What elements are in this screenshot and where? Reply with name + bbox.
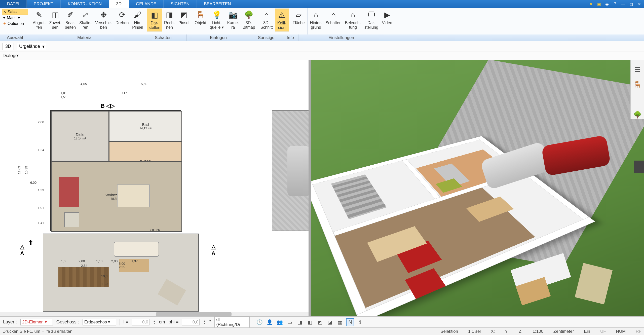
tool-icon[interactable]: ✕ xyxy=(588,1,594,7)
3d-bitmap-button[interactable]: 🌳3D-Bitmap xyxy=(241,9,257,31)
move-icon: ✥ xyxy=(98,10,109,20)
status-x: X: xyxy=(491,329,495,334)
video-button[interactable]: ▶Video xyxy=(380,9,394,26)
menu-tab-gelaende[interactable]: GELÄNDE xyxy=(129,0,164,8)
pinsel-button[interactable]: ◩Pinsel xyxy=(177,9,191,26)
scrollbar-horizontal[interactable] xyxy=(0,312,309,316)
hintergrund-button[interactable]: ⌂Hinter-grund xyxy=(309,9,324,31)
pane-2d-floorplan[interactable]: 4,65 5,60 9,17 1,01 1,51 B ◁▷ Diele 18,1… xyxy=(0,60,311,316)
menu-tab-datei[interactable]: DATEI xyxy=(0,0,27,8)
lichtquelle-button[interactable]: 💡Licht-quelle ▾ xyxy=(208,9,225,31)
dim-label: 1,65 xyxy=(61,259,67,263)
skalieren-button[interactable]: ⤢Skalie-ren xyxy=(78,9,93,31)
optionen-button[interactable]: ＋Optionen xyxy=(2,21,28,26)
darstellung-button[interactable]: 🖵Dar-stellung xyxy=(363,9,380,31)
3d-schnitt-button[interactable]: ⌂3D-Schnitt xyxy=(259,9,274,31)
dim-label: 2,84 xyxy=(81,264,87,268)
dim-label: 2,00 xyxy=(79,259,85,263)
eyedropper-icon: ✎ xyxy=(34,10,45,20)
calc-icon: ◨ xyxy=(164,10,175,20)
sheet-icon[interactable]: ▭ xyxy=(286,318,293,326)
verschieben-button[interactable]: ✥Verschie-ben xyxy=(94,9,113,31)
layers-icon[interactable]: ☰ xyxy=(633,65,642,74)
group-label-schatten: Schatten xyxy=(140,34,187,41)
zuweisen-button[interactable]: ◫Zuwei-sen xyxy=(48,9,63,31)
geschoss-combo[interactable]: Erdgeschos ▾ xyxy=(83,319,116,325)
scrollbar-thumb[interactable] xyxy=(156,312,232,316)
beach-chair xyxy=(158,279,186,306)
dim-label: 6,00 xyxy=(30,181,36,184)
maximize-icon[interactable]: ◻ xyxy=(628,1,634,7)
ribbon-group-labels: Auswahl Material Schatten Einfügen Sonst… xyxy=(0,34,644,41)
colors-icon[interactable] xyxy=(633,95,642,104)
phi-input[interactable] xyxy=(182,319,200,325)
dim-label: 1,33 xyxy=(38,188,44,192)
close-icon[interactable]: ✕ xyxy=(636,1,642,7)
bulb-icon: 💡 xyxy=(211,10,222,20)
tree-icon[interactable]: 🌳 xyxy=(633,110,642,119)
chair-icon: 🪑 xyxy=(195,10,206,20)
user-icon[interactable]: 👤 xyxy=(266,318,273,326)
dl-combo[interactable]: dl (Richtung/Di xyxy=(214,316,250,328)
grid-icon[interactable]: ▦ xyxy=(336,318,344,326)
layer4-icon[interactable]: ◪ xyxy=(326,318,334,326)
darstellen-button[interactable]: ◧Dar-stellen xyxy=(147,9,162,31)
drehen-button[interactable]: ⟳Drehen xyxy=(114,9,130,26)
mark-button[interactable]: ✦Mark.▾ xyxy=(2,15,28,20)
terrain-combo[interactable]: Urgelände ▾ xyxy=(17,43,46,50)
menu-bar: DATEI PROJEKT KONSTRUKTION 3D GELÄNDE SI… xyxy=(0,0,644,8)
help-icon[interactable]: ? xyxy=(612,1,618,7)
clock-icon[interactable]: 🕒 xyxy=(256,318,263,326)
dim-label: 1,37 xyxy=(131,259,138,263)
info-icon[interactable]: ℹ xyxy=(356,318,364,326)
globe-icon[interactable]: ◉ xyxy=(604,1,610,7)
car-silver-2d xyxy=(287,146,310,196)
dim-label: 11,03 xyxy=(17,166,21,174)
menu-tab-sichten[interactable]: SICHTEN xyxy=(164,0,197,8)
bearbeiten-button[interactable]: ✐Bear-beiten xyxy=(63,9,78,31)
kollision-button[interactable]: ⚠Kolli-sion xyxy=(275,9,289,31)
spinner-down-icon[interactable]: ▼ xyxy=(203,322,206,324)
dim-label: 11,08 xyxy=(101,282,109,286)
schatten-set-button[interactable]: ⌂Schatten xyxy=(324,9,343,26)
hin-pinsel-button[interactable]: 🖌Hin.Pinsel xyxy=(131,9,145,31)
selekt-button[interactable]: ↖Selekt xyxy=(2,9,28,15)
l-input[interactable] xyxy=(132,319,149,325)
room-area: 18,14 m² xyxy=(74,137,86,140)
layer-combo[interactable]: 2D-Elemen ▾ xyxy=(20,319,53,325)
objekt-button[interactable]: 🪑Objekt xyxy=(193,9,208,26)
status-unit: Zentimeter xyxy=(553,329,574,334)
play-icon: ▶ xyxy=(382,10,392,20)
side-handle[interactable] xyxy=(634,161,644,173)
status-num: NUM xyxy=(616,329,626,334)
spinner-down-icon[interactable]: ▼ xyxy=(153,322,156,324)
layer3-icon[interactable]: ◩ xyxy=(316,318,324,326)
flaeche-button[interactable]: ▱Fläche xyxy=(291,9,306,26)
beleuchtung-button[interactable]: ⌂Beleuch-tung xyxy=(344,9,362,31)
room-wohnzimmer: Wohnzimmer 48,85 m² xyxy=(51,161,182,232)
menu-tab-3d[interactable]: 3D xyxy=(109,0,129,8)
abgreifen-button[interactable]: ✎Abgrei-fen xyxy=(31,9,47,31)
kamera-button[interactable]: 📷Kame-ra xyxy=(226,9,241,31)
menu-tab-projekt[interactable]: PROJEKT xyxy=(27,0,61,8)
rechnen-button[interactable]: ◨Rech-nen xyxy=(163,9,176,31)
furniture-icon[interactable]: 🪑 xyxy=(633,80,642,89)
minimize-icon[interactable]: — xyxy=(620,1,626,7)
l-unit: cm xyxy=(159,319,165,325)
menu-tab-konstruktion[interactable]: KONSTRUKTION xyxy=(61,0,109,8)
section-marker-a-left: △A xyxy=(20,244,24,257)
pane-3d-view[interactable]: ☰ 🪑 🌳 xyxy=(311,60,644,316)
group-icon[interactable]: 👥 xyxy=(276,318,283,326)
marker-icon: ✦ xyxy=(3,15,6,20)
layer1-icon[interactable]: ◨ xyxy=(296,318,304,326)
dim-label: 1,01 xyxy=(60,91,67,95)
status-y: Y: xyxy=(505,329,509,334)
n-icon[interactable]: N xyxy=(346,318,354,326)
status-selektion: Selektion xyxy=(440,329,458,334)
mode-box[interactable]: 3D xyxy=(3,43,14,50)
layer2-icon[interactable]: ◧ xyxy=(306,318,314,326)
status-help: Drücken Sie F1, um Hilfe zu erhalten. xyxy=(3,329,74,334)
menu-tab-bearbeiten[interactable]: BEARBEITEN xyxy=(197,0,238,8)
left-dims: 11,03 10,39 2,00 1,24 6,00 1,33 1,01 1,4… xyxy=(15,110,48,231)
folder-icon[interactable]: ▣ xyxy=(596,1,602,7)
